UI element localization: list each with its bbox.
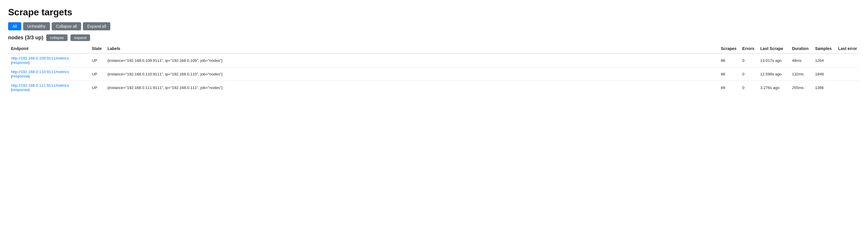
collapse-all-button[interactable]: Collapse all: [52, 22, 81, 30]
table-row: http://192.168.0.110:9111/metrics (respo…: [8, 67, 860, 81]
col-header-samples: Samples: [812, 44, 835, 54]
endpoint-link[interactable]: http://192.168.0.111:9111/metrics: [11, 83, 69, 88]
expand-all-button[interactable]: Expand all: [83, 22, 110, 30]
cell-labels: {instance="192.168.0.111:9111", ip="192.…: [104, 81, 718, 94]
collapse-group-button[interactable]: collapse: [46, 34, 68, 41]
cell-last-scrape: 12.599s ago: [757, 67, 789, 81]
endpoint-link[interactable]: http://192.168.0.109:9111/metrics: [11, 56, 69, 60]
targets-table: Endpoint State Labels Scrapes Errors Las…: [8, 44, 860, 94]
cell-scrapes: 88: [718, 67, 739, 81]
col-header-last-scrape: Last Scrape: [757, 44, 789, 54]
cell-samples: 1264: [812, 54, 835, 67]
cell-endpoint: http://192.168.0.111:9111/metrics (respo…: [8, 81, 89, 94]
cell-duration: 48ms: [789, 54, 812, 67]
cell-last-error: [835, 81, 860, 94]
group-title: nodes (3/3 up): [8, 35, 43, 41]
response-link[interactable]: response: [12, 60, 29, 65]
cell-errors: 0: [740, 54, 757, 67]
col-header-errors: Errors: [740, 44, 757, 54]
cell-errors: 0: [740, 67, 757, 81]
table-row: http://192.168.0.111:9111/metrics (respo…: [8, 81, 860, 94]
cell-scrapes: 89: [718, 81, 739, 94]
cell-last-error: [835, 67, 860, 81]
cell-errors: 0: [740, 81, 757, 94]
group-header: nodes (3/3 up) collapse expand: [8, 34, 860, 41]
response-link[interactable]: response: [12, 88, 29, 92]
cell-labels: {instance="192.168.0.109:9111", ip="192.…: [104, 54, 718, 67]
cell-last-scrape: 3.276s ago: [757, 81, 789, 94]
cell-last-error: [835, 54, 860, 67]
col-header-endpoint: Endpoint: [8, 44, 89, 54]
table-header-row: Endpoint State Labels Scrapes Errors Las…: [8, 44, 860, 54]
endpoint-link[interactable]: http://192.168.0.110:9111/metrics: [11, 69, 69, 74]
cell-samples: 1849: [812, 67, 835, 81]
cell-labels: {instance="192.168.0.110:9111", ip="192.…: [104, 67, 718, 81]
cell-duration: 132ms: [789, 67, 812, 81]
cell-endpoint: http://192.168.0.110:9111/metrics (respo…: [8, 67, 89, 81]
filter-all-button[interactable]: All: [8, 22, 21, 30]
col-header-labels: Labels: [104, 44, 718, 54]
cell-state: UP: [89, 81, 104, 94]
expand-group-button[interactable]: expand: [70, 34, 90, 41]
table-row: http://192.168.0.109:9111/metrics (respo…: [8, 54, 860, 67]
cell-duration: 255ms: [789, 81, 812, 94]
col-header-duration: Duration: [789, 44, 812, 54]
page-title: Scrape targets: [8, 7, 860, 18]
response-link[interactable]: response: [12, 74, 29, 78]
col-header-last-error: Last error: [835, 44, 860, 54]
cell-samples: 1366: [812, 81, 835, 94]
col-header-state: State: [89, 44, 104, 54]
filter-bar: All Unhealthy Collapse all Expand all: [8, 22, 860, 30]
cell-state: UP: [89, 54, 104, 67]
cell-last-scrape: 13.017s ago: [757, 54, 789, 67]
cell-state: UP: [89, 67, 104, 81]
cell-endpoint: http://192.168.0.109:9111/metrics (respo…: [8, 54, 89, 67]
filter-unhealthy-button[interactable]: Unhealthy: [23, 22, 50, 30]
cell-scrapes: 88: [718, 54, 739, 67]
col-header-scrapes: Scrapes: [718, 44, 739, 54]
